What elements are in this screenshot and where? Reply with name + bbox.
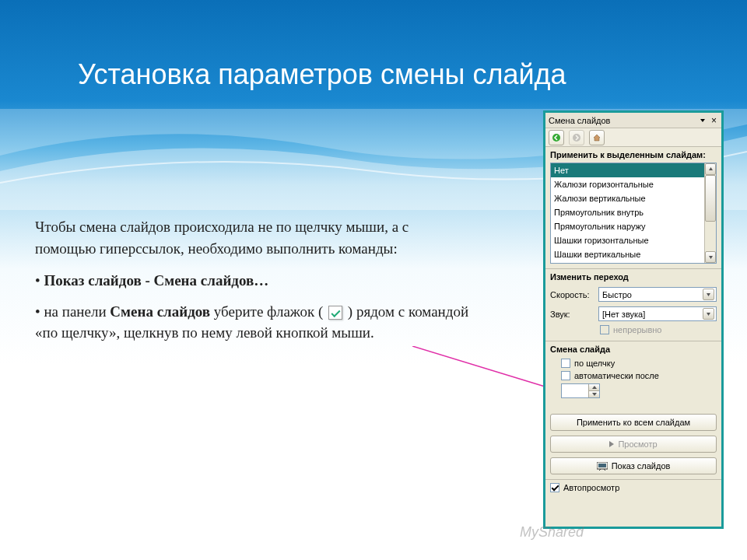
preview-button[interactable]: Просмотр bbox=[550, 436, 717, 453]
scroll-down-button[interactable] bbox=[705, 251, 716, 263]
svg-rect-4 bbox=[598, 464, 606, 467]
speed-combo[interactable]: Быстро bbox=[598, 287, 717, 302]
sound-combo[interactable]: [Нет звука] bbox=[598, 306, 717, 321]
list-item[interactable]: Шашки горизонтальные bbox=[551, 233, 704, 247]
bullet-2: на панели Смена слайдов уберите флажок (… bbox=[35, 301, 471, 344]
list-item[interactable]: Прямоугольник наружу bbox=[551, 219, 704, 233]
slideshow-icon bbox=[597, 462, 608, 471]
spin-down-button[interactable] bbox=[588, 391, 599, 397]
onclick-checkbox[interactable] bbox=[561, 359, 570, 368]
section-apply-label: Применить к выделенным слайдам: bbox=[545, 147, 721, 163]
scrollbar[interactable] bbox=[704, 163, 716, 263]
svg-point-1 bbox=[552, 134, 560, 142]
auto-after-label: автоматически после bbox=[574, 371, 659, 380]
autopreview-checkbox[interactable] bbox=[550, 483, 559, 492]
forward-button[interactable] bbox=[569, 130, 584, 145]
list-item[interactable]: Шашки вертикальные bbox=[551, 247, 704, 261]
dropdown-icon[interactable] bbox=[700, 119, 705, 122]
panel-title: Смена слайдов bbox=[549, 116, 696, 125]
bullet-1: Показ слайдов - Смена слайдов… bbox=[35, 270, 471, 292]
list-item[interactable]: Прямоугольник внутрь bbox=[551, 205, 704, 219]
time-input[interactable] bbox=[562, 384, 588, 397]
speed-label: Скорость: bbox=[550, 290, 594, 299]
auto-after-checkbox[interactable] bbox=[561, 371, 570, 380]
sound-label: Звук: bbox=[550, 310, 594, 319]
checkbox-icon bbox=[328, 306, 342, 320]
onclick-label: по щелчку bbox=[574, 359, 615, 368]
loop-checkbox bbox=[600, 325, 609, 334]
scroll-thumb[interactable] bbox=[705, 175, 716, 222]
svg-point-2 bbox=[573, 134, 580, 142]
slideshow-button[interactable]: Показ слайдов bbox=[550, 457, 717, 474]
home-button[interactable] bbox=[589, 130, 605, 145]
spin-up-button[interactable] bbox=[588, 384, 599, 391]
slide-title: Установка параметров смены слайда bbox=[78, 58, 566, 91]
slide-transition-panel: Смена слайдов × Применить к выделенным с… bbox=[543, 110, 724, 529]
section-modify-label: Изменить переход bbox=[545, 269, 721, 285]
back-button[interactable] bbox=[549, 130, 564, 145]
time-spinner[interactable] bbox=[561, 383, 600, 398]
transition-listbox[interactable]: Нет Жалюзи горизонтальные Жалюзи вертика… bbox=[550, 163, 717, 264]
panel-nav bbox=[545, 128, 721, 147]
body-text: Чтобы смена слайдов происходила не по ще… bbox=[35, 216, 471, 353]
close-icon[interactable]: × bbox=[710, 115, 718, 126]
list-item[interactable]: Жалюзи горизонтальные bbox=[551, 177, 704, 191]
scroll-up-button[interactable] bbox=[705, 163, 716, 175]
play-icon bbox=[609, 441, 614, 447]
panel-header: Смена слайдов × bbox=[545, 113, 721, 128]
paragraph-intro: Чтобы смена слайдов происходила не по ще… bbox=[35, 216, 471, 259]
autopreview-label: Автопросмотр bbox=[563, 483, 619, 492]
loop-label: непрерывно bbox=[613, 325, 661, 334]
list-item[interactable]: Нет bbox=[551, 163, 704, 177]
list-item[interactable]: Жалюзи вертикальные bbox=[551, 191, 704, 205]
section-advance-label: Смена слайда bbox=[545, 341, 721, 357]
apply-all-button[interactable]: Применить ко всем слайдам bbox=[550, 414, 717, 431]
